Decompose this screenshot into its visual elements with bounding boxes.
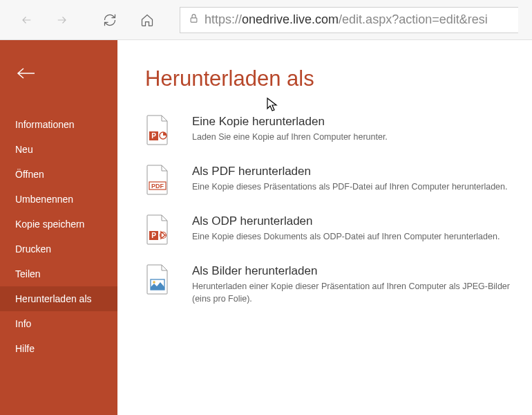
option-desc: Eine Kopie dieses Dokuments als ODP-Date… <box>192 231 511 243</box>
back-button[interactable] <box>14 7 40 33</box>
sidebar-item-kopie-speichern[interactable]: Kopie speichern <box>0 212 117 237</box>
back-arrow[interactable] <box>15 66 37 89</box>
sidebar-item-drucken[interactable]: Drucken <box>0 237 117 261</box>
powerpoint-icon: P <box>145 115 170 145</box>
svg-text:P: P <box>151 232 156 239</box>
sidebar-item-informationen[interactable]: Informationen <box>0 112 117 137</box>
option-title: Eine Kopie herunterladen <box>192 115 511 129</box>
sidebar-item-info[interactable]: Info <box>0 311 117 336</box>
sidebar: Informationen Neu Öffnen Umbenennen Kopi… <box>0 40 117 415</box>
option-download-odp[interactable]: P Als ODP herunterladen Eine Kopie diese… <box>145 214 511 245</box>
svg-text:P: P <box>151 132 156 140</box>
option-text: Eine Kopie herunterladen Laden Sie eine … <box>192 115 511 144</box>
svg-point-10 <box>153 281 155 284</box>
svg-text:PDF: PDF <box>151 183 164 190</box>
refresh-button[interactable] <box>97 7 123 33</box>
sidebar-item-neu[interactable]: Neu <box>0 137 117 162</box>
home-button[interactable] <box>134 7 160 33</box>
pdf-icon: PDF <box>145 165 170 195</box>
option-desc: Eine Kopie dieses Präsentations als PDF-… <box>192 181 511 194</box>
sidebar-items: Informationen Neu Öffnen Umbenennen Kopi… <box>0 109 117 361</box>
address-bar[interactable]: https://onedrive.live.com/edit.aspx?acti… <box>180 7 518 33</box>
sidebar-item-teilen[interactable]: Teilen <box>0 261 117 286</box>
option-download-copy[interactable]: P Eine Kopie herunterladen Laden Sie ein… <box>145 115 511 145</box>
app-container: Informationen Neu Öffnen Umbenennen Kopi… <box>0 40 532 415</box>
sidebar-item-oeffnen[interactable]: Öffnen <box>0 162 117 187</box>
option-desc: Laden Sie eine Kopie auf Ihren Computer … <box>192 131 511 144</box>
sidebar-item-hilfe[interactable]: Hilfe <box>0 336 117 361</box>
option-desc: Herunterladen einer Kopie dieser Präsent… <box>192 281 511 305</box>
main-content: Herunterladen als P Eine Kopie herunterl… <box>117 40 532 415</box>
option-download-images[interactable]: Als Bilder herunterladen Herunterladen e… <box>145 264 511 305</box>
option-download-pdf[interactable]: PDF Als PDF herunterladen Eine Kopie die… <box>145 165 511 195</box>
option-title: Als ODP herunterladen <box>192 214 511 228</box>
option-text: Als PDF herunterladen Eine Kopie dieses … <box>192 165 511 194</box>
browser-toolbar: https://onedrive.live.com/edit.aspx?acti… <box>0 0 532 40</box>
lock-icon <box>189 12 199 27</box>
option-title: Als PDF herunterladen <box>192 165 511 178</box>
odp-icon: P <box>145 214 170 245</box>
sidebar-item-herunterladen-als[interactable]: Herunterladen als <box>0 286 117 311</box>
page-title: Herunterladen als <box>145 66 511 91</box>
forward-button[interactable] <box>48 7 75 33</box>
url-text: https://onedrive.live.com/edit.aspx?acti… <box>205 12 488 27</box>
sidebar-item-umbenennen[interactable]: Umbenennen <box>0 187 117 212</box>
image-icon <box>145 264 170 295</box>
option-title: Als Bilder herunterladen <box>192 264 511 278</box>
svg-rect-0 <box>191 18 197 22</box>
option-text: Als ODP herunterladen Eine Kopie dieses … <box>192 214 511 243</box>
option-text: Als Bilder herunterladen Herunterladen e… <box>192 264 511 305</box>
